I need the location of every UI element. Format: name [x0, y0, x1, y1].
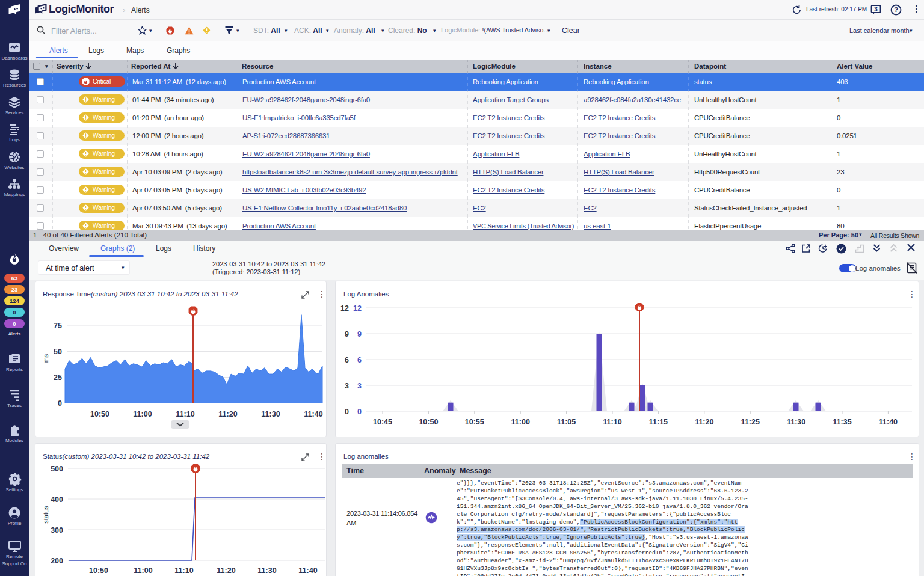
- svg-text:6: 6: [357, 356, 362, 364]
- svg-text:11:25: 11:25: [741, 418, 760, 426]
- svg-text:11:30: 11:30: [257, 566, 276, 575]
- svg-text:11:10: 11:10: [174, 566, 193, 575]
- svg-text:10:50: 10:50: [419, 418, 438, 426]
- svg-text:10:50: 10:50: [90, 410, 109, 418]
- svg-text:10:55: 10:55: [465, 418, 484, 426]
- svg-text:300: 300: [51, 526, 63, 535]
- svg-text:?: ?: [894, 6, 898, 13]
- svg-text:11:40: 11:40: [879, 418, 898, 426]
- svg-text:3: 3: [345, 382, 349, 390]
- svg-text:11:30: 11:30: [261, 410, 280, 418]
- svg-text:11:00: 11:00: [134, 566, 152, 575]
- svg-text:11:10: 11:10: [603, 418, 621, 426]
- svg-text:11:20: 11:20: [217, 566, 235, 575]
- svg-text:11:15: 11:15: [649, 418, 668, 426]
- svg-text:500: 500: [51, 465, 63, 473]
- svg-text:400: 400: [51, 495, 63, 504]
- svg-text:9: 9: [357, 330, 362, 339]
- svg-text:12: 12: [340, 304, 349, 313]
- svg-text:11:00: 11:00: [511, 418, 530, 426]
- svg-text:11:40: 11:40: [298, 566, 317, 575]
- svg-text:3: 3: [874, 6, 878, 13]
- svg-text:25: 25: [54, 373, 62, 382]
- svg-text:11:35: 11:35: [833, 418, 851, 426]
- svg-text:11:05: 11:05: [557, 418, 576, 426]
- svg-text:11:00: 11:00: [133, 410, 152, 418]
- svg-text:3: 3: [357, 382, 362, 390]
- svg-text:6: 6: [345, 356, 349, 364]
- svg-text:0: 0: [58, 399, 62, 408]
- svg-text:11:20: 11:20: [218, 410, 237, 418]
- svg-text:11:40: 11:40: [304, 410, 322, 418]
- svg-text:11:10: 11:10: [176, 410, 194, 418]
- svg-text:50: 50: [54, 348, 62, 356]
- svg-text:200: 200: [51, 557, 63, 565]
- svg-text:11:30: 11:30: [787, 418, 805, 426]
- svg-text:12: 12: [353, 304, 362, 313]
- svg-text:0: 0: [357, 408, 362, 416]
- svg-text:11:20: 11:20: [695, 418, 713, 426]
- svg-text:0: 0: [345, 408, 349, 416]
- svg-text:75: 75: [54, 322, 62, 330]
- svg-text:ms: ms: [42, 354, 49, 363]
- svg-text:9: 9: [345, 330, 349, 339]
- svg-text:10:50: 10:50: [89, 566, 108, 575]
- svg-text:status: status: [42, 506, 49, 524]
- svg-text:10:45: 10:45: [373, 418, 392, 426]
